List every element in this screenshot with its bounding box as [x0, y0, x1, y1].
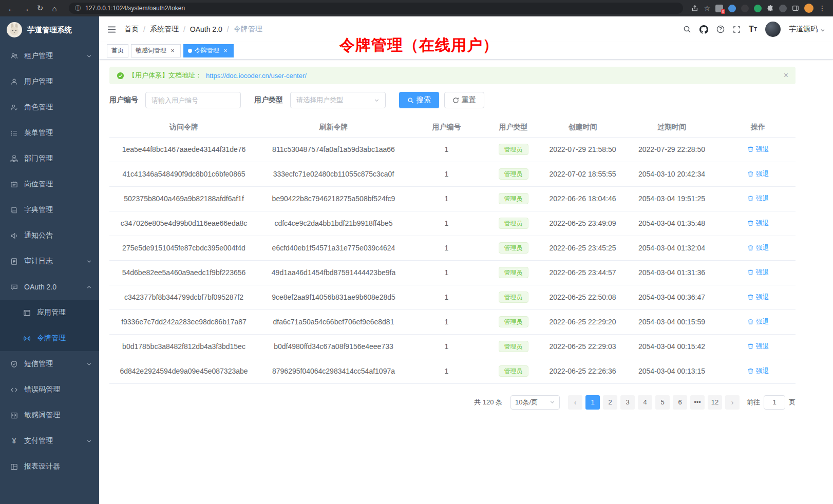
refresh-token-cell: 8796295f04064c2983414cc54af1097a — [258, 359, 409, 383]
user-id-input[interactable] — [145, 92, 241, 108]
close-icon[interactable]: × — [169, 47, 176, 54]
force-logout-button[interactable]: 强退 — [747, 145, 769, 154]
user-type-cell: 管理员 — [484, 285, 542, 309]
tab-2[interactable]: 令牌管理× — [183, 44, 234, 57]
extension-dark-icon[interactable] — [741, 5, 749, 12]
force-logout-button[interactable]: 强退 — [747, 293, 769, 302]
sidebar-item-label: 菜单管理 — [24, 128, 53, 138]
site-info-icon[interactable]: ⓘ — [75, 4, 81, 13]
extension-gray-icon[interactable] — [779, 5, 787, 12]
browser-menu-icon[interactable]: ⋮ — [819, 4, 826, 12]
tab-0[interactable]: 首页 — [107, 44, 128, 57]
page-size-select[interactable]: 10条/页 — [510, 395, 560, 410]
page-button-6[interactable]: 6 — [673, 395, 687, 410]
sidebar-item-label: 岗位管理 — [24, 180, 53, 189]
sidebar-item-token[interactable]: 令牌管理 — [0, 325, 99, 351]
page-button-4[interactable]: 4 — [638, 395, 652, 410]
app-logo[interactable]: 芋道管理系统 — [0, 16, 99, 43]
sidebar-item-audit[interactable]: 审计日志 — [0, 248, 99, 274]
sidebar-item-sensitive[interactable]: 敏感词管理 — [0, 402, 99, 428]
extension-icon[interactable]: 0 — [715, 5, 723, 12]
force-logout-button[interactable]: 强退 — [747, 169, 769, 179]
font-size-icon[interactable]: TT — [749, 25, 757, 33]
sidebar-menu: 租户管理用户管理角色管理菜单管理部门管理岗位管理字典管理通知公告审计日志OAut… — [0, 43, 99, 479]
tab-label: 敏感词管理 — [136, 46, 166, 55]
page-button-5[interactable]: 5 — [655, 395, 670, 410]
tab-1[interactable]: 敏感词管理× — [131, 44, 181, 57]
sidebar-item-role[interactable]: 角色管理 — [0, 94, 99, 120]
puzzle-piece-icon[interactable] — [767, 5, 774, 12]
user-type-select[interactable]: 请选择用户类型 — [290, 92, 386, 108]
share-icon[interactable] — [691, 5, 698, 12]
collapse-sidebar-icon[interactable] — [107, 25, 117, 34]
force-logout-button[interactable]: 强退 — [747, 243, 769, 253]
create-time-cell: 2022-06-26 18:04:46 — [542, 186, 623, 211]
side-panel-icon[interactable] — [792, 5, 799, 12]
fullscreen-icon[interactable] — [733, 26, 741, 33]
more-pages-button[interactable]: ••• — [690, 395, 705, 410]
home-icon[interactable]: ⌂ — [48, 2, 61, 14]
forward-icon[interactable]: → — [20, 2, 32, 14]
sidebar-item-tenant[interactable]: 租户管理 — [0, 43, 99, 69]
force-logout-button[interactable]: 强退 — [747, 268, 769, 277]
sidebar-item-app[interactable]: 应用管理 — [0, 300, 99, 325]
page-button-3[interactable]: 3 — [620, 395, 635, 410]
expire-time-cell: 2054-03-04 01:31:36 — [623, 260, 721, 285]
github-icon[interactable] — [699, 25, 708, 34]
sidebar-item-report[interactable]: 报表设计器 — [0, 454, 99, 479]
user-type-badge: 管理员 — [499, 144, 528, 155]
search-icon[interactable] — [683, 25, 691, 33]
doc-link[interactable]: https://doc.iocoder.cn/user-center/ — [206, 72, 307, 80]
user-menu[interactable]: 芋道源码 — [789, 25, 825, 34]
table-body: 1ea5e44f8bc1467aaede43144f31de76811c5304… — [109, 137, 796, 383]
force-logout-button[interactable]: 强退 — [747, 366, 769, 376]
sidebar-item-notice[interactable]: 通知公告 — [0, 223, 99, 248]
bookmark-star-icon[interactable]: ☆ — [704, 4, 710, 12]
search-button[interactable]: 搜索 — [399, 92, 439, 108]
delete-icon — [747, 244, 754, 251]
force-logout-button[interactable]: 强退 — [747, 342, 769, 351]
force-logout-button[interactable]: 强退 — [747, 317, 769, 326]
page-button-1[interactable]: 1 — [585, 395, 600, 410]
sidebar-item-user[interactable]: 用户管理 — [0, 69, 99, 94]
user-type-cell: 管理员 — [484, 186, 542, 211]
table-row: 1ea5e44f8bc1467aaede43144f31de76811c5304… — [109, 137, 796, 162]
sidebar-item-menu[interactable]: 菜单管理 — [0, 120, 99, 146]
page-button-12[interactable]: 12 — [708, 395, 722, 410]
goto-page-input[interactable] — [764, 395, 785, 410]
user-avatar[interactable] — [765, 22, 781, 37]
sidebar-item-dept[interactable]: 部门管理 — [0, 146, 99, 171]
delete-icon — [747, 318, 754, 325]
sidebar-item-sms[interactable]: 短信管理 — [0, 351, 99, 377]
help-icon[interactable] — [716, 25, 725, 33]
url-bar[interactable]: ⓘ 127.0.0.1:1024/system/oauth2/token — [69, 3, 683, 14]
force-logout-button[interactable]: 强退 — [747, 219, 769, 228]
user-type-badge: 管理员 — [499, 267, 528, 278]
chevron-down-icon — [86, 438, 92, 444]
next-page-button[interactable]: › — [725, 395, 740, 410]
extension-blue-icon[interactable] — [728, 5, 736, 12]
sidebar-item-dict[interactable]: 字典管理 — [0, 197, 99, 223]
refresh-icon[interactable]: ↻ — [34, 2, 46, 14]
reset-button[interactable]: 重置 — [444, 92, 484, 108]
sidebar-item-post[interactable]: 岗位管理 — [0, 171, 99, 197]
sidebar-item-errcode[interactable]: 错误码管理 — [0, 377, 99, 402]
user-id-cell: 1 — [409, 211, 484, 236]
doc-alert: 【用户体系】文档地址： https://doc.iocoder.cn/user-… — [109, 67, 796, 84]
breadcrumb-item[interactable]: 首页 — [124, 25, 139, 34]
sidebar-item-pay[interactable]: ¥支付管理 — [0, 428, 99, 454]
sidebar-item-oauth[interactable]: OAuth 2.0 — [0, 274, 99, 300]
user-id-cell: 1 — [409, 285, 484, 309]
extension-green-icon[interactable] — [754, 5, 762, 12]
back-icon[interactable]: ← — [5, 2, 17, 14]
close-icon[interactable]: × — [784, 71, 788, 80]
force-logout-label: 强退 — [756, 293, 769, 302]
force-logout-button[interactable]: 强退 — [747, 194, 769, 203]
page-button-2[interactable]: 2 — [603, 395, 617, 410]
breadcrumb-item[interactable]: 系统管理 — [150, 25, 179, 34]
close-icon[interactable]: × — [222, 47, 229, 54]
breadcrumb-item[interactable]: OAuth 2.0 — [190, 25, 222, 33]
user-type-badge: 管理员 — [499, 292, 528, 303]
prev-page-button[interactable]: ‹ — [568, 395, 582, 410]
profile-avatar[interactable] — [804, 4, 813, 13]
